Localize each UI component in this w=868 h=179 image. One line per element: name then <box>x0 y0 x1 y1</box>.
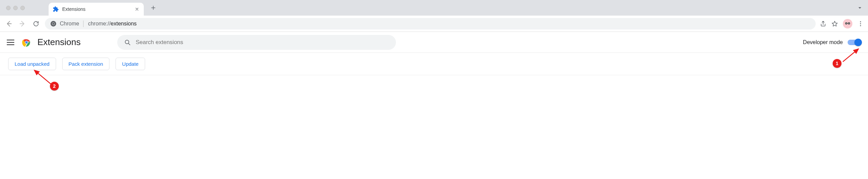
url-path: extensions <box>111 21 137 27</box>
search-box[interactable] <box>117 35 396 50</box>
browser-toolbar: Chrome │ chrome://extensions <box>0 16 868 32</box>
share-icon[interactable] <box>820 20 827 27</box>
search-input[interactable] <box>136 39 389 46</box>
svg-line-16 <box>843 49 858 62</box>
svg-point-8 <box>849 23 849 24</box>
update-label: Update <box>122 61 138 67</box>
svg-point-3 <box>843 19 852 28</box>
chrome-page-icon <box>50 21 56 27</box>
maximize-window-icon[interactable] <box>20 6 25 10</box>
toolbar-actions <box>820 19 864 28</box>
developer-mode-group: Developer mode 1 <box>803 39 861 45</box>
annotation-badge-1: 1 <box>833 59 841 68</box>
chrome-logo-icon <box>22 38 31 47</box>
close-window-icon[interactable] <box>6 6 11 10</box>
svg-rect-6 <box>846 23 849 23</box>
tabs-dropdown-icon[interactable] <box>856 4 863 11</box>
load-unpacked-label: Load unpacked <box>15 61 50 67</box>
url-separator: │ <box>82 21 85 27</box>
browser-chrome: Extensions Chrome │ c <box>0 0 868 32</box>
url-scheme: chrome:// <box>88 21 111 27</box>
svg-point-11 <box>860 25 861 26</box>
url-text: Chrome │ chrome://extensions <box>60 21 137 27</box>
forward-button[interactable] <box>18 19 27 28</box>
svg-point-2 <box>52 23 54 25</box>
svg-point-10 <box>860 23 861 24</box>
search-icon <box>124 39 131 46</box>
page-title: Extensions <box>37 37 81 47</box>
profile-avatar[interactable] <box>843 19 852 28</box>
developer-actions-row: Load unpacked 2 Pack extension Update <box>0 53 868 75</box>
back-button[interactable] <box>4 19 14 28</box>
browser-tab[interactable]: Extensions <box>49 3 144 16</box>
new-tab-button[interactable] <box>148 2 159 13</box>
svg-line-17 <box>34 70 51 84</box>
load-unpacked-button[interactable]: Load unpacked 2 <box>8 58 56 70</box>
annotation-badge-2: 2 <box>50 82 59 91</box>
tab-title: Extensions <box>62 6 131 12</box>
tab-strip: Extensions <box>0 0 868 16</box>
address-bar[interactable]: Chrome │ chrome://extensions <box>45 18 816 29</box>
developer-mode-label: Developer mode <box>803 39 843 45</box>
developer-mode-toggle[interactable] <box>848 40 861 45</box>
svg-point-7 <box>846 23 847 24</box>
minimize-window-icon[interactable] <box>13 6 18 10</box>
extension-puzzle-icon <box>53 6 59 12</box>
bookmark-star-icon[interactable] <box>831 20 838 27</box>
kebab-menu-icon[interactable] <box>857 20 864 27</box>
pack-extension-button[interactable]: Pack extension <box>62 58 110 70</box>
menu-icon[interactable] <box>7 38 16 47</box>
close-tab-icon[interactable] <box>134 6 140 12</box>
annotation-arrow-1 <box>839 47 863 64</box>
reload-button[interactable] <box>31 19 41 28</box>
svg-point-15 <box>125 40 129 44</box>
url-label: Chrome <box>60 21 79 27</box>
extensions-header: Extensions Developer mode 1 <box>0 32 868 53</box>
pack-extension-label: Pack extension <box>69 61 103 67</box>
update-button[interactable]: Update <box>116 58 145 70</box>
svg-point-9 <box>860 21 861 22</box>
window-controls <box>6 6 25 10</box>
